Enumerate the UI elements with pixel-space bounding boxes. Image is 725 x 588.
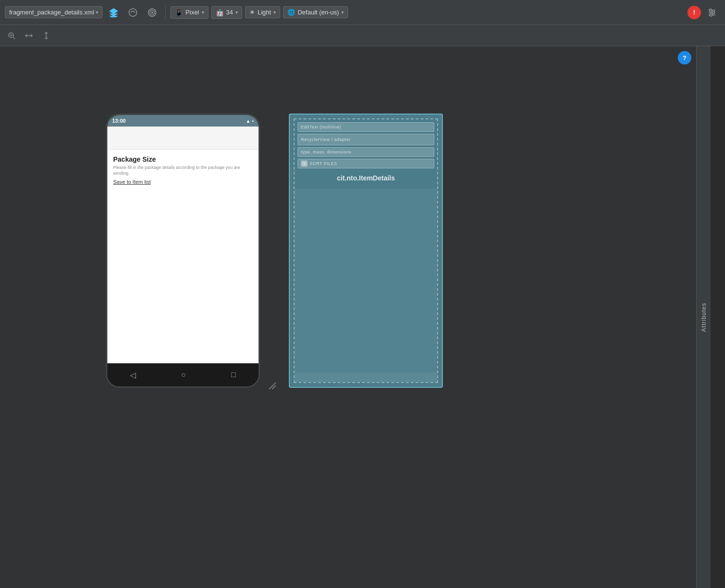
blueprint-row-1-text: EditText (multiline) — [301, 125, 341, 129]
phone-app-toolbar — [107, 127, 259, 150]
file-dropdown-chevron: ▾ — [96, 10, 98, 15]
pixel-label: Pixel — [185, 9, 199, 16]
resize-handle[interactable] — [267, 381, 278, 394]
status-icons: ▲ ▪ — [246, 118, 254, 124]
attributes-label: Attributes — [700, 303, 707, 332]
api-dropdown[interactable]: 🤖 34 ▾ — [211, 6, 242, 19]
second-toolbar — [0, 25, 725, 46]
phone-main-content: Package Size Please fill in the package … — [107, 150, 259, 363]
save-to-item-list: Save to Item list — [113, 179, 253, 185]
horizontal-resize-button[interactable] — [22, 29, 36, 42]
nav-recent-button[interactable]: □ — [231, 371, 236, 379]
svg-point-8 — [712, 11, 715, 13]
svg-point-3 — [151, 12, 153, 13]
phone-nav-bar: ◁ ○ □ — [107, 363, 259, 386]
blueprint-row-3-text: type, mass, dimensions — [301, 150, 351, 154]
blueprint-row-1: EditText (multiline) — [298, 122, 434, 132]
nav-home-button[interactable]: ○ — [181, 371, 186, 379]
pixel-chevron: ▾ — [202, 10, 204, 15]
blueprint-bottom — [295, 372, 437, 382]
adjust-button[interactable] — [704, 4, 720, 21]
vertical-resize-button[interactable] — [39, 29, 53, 42]
phone-mockup: 13:00 ▲ ▪ Package Size Please fill in th… — [106, 114, 260, 388]
blueprint-mockup: EditText (multiline) RecyclerView / adap… — [289, 114, 443, 388]
phone-frame: 13:00 ▲ ▪ Package Size Please fill in th… — [106, 114, 260, 388]
issues-icon — [147, 8, 157, 17]
blueprint-row-2: RecyclerView / adapter — [298, 134, 434, 145]
svg-point-0 — [129, 9, 137, 16]
svg-point-9 — [710, 13, 712, 16]
nav-back-button[interactable]: ◁ — [130, 371, 136, 380]
blueprint-row-4: SORT FILES — [298, 159, 434, 168]
layers-icon — [109, 8, 118, 17]
status-time: 13:00 — [112, 118, 126, 124]
blueprint-inner: EditText (multiline) RecyclerView / adap… — [294, 118, 438, 383]
battery-icon: ▪ — [252, 118, 254, 124]
resize-diagonal-icon — [267, 381, 278, 391]
theme-chevron: ▾ — [273, 10, 276, 15]
zoom-button[interactable] — [5, 29, 18, 42]
horizontal-resize-icon — [24, 31, 34, 40]
blueprint-row-3: type, mass, dimensions — [298, 147, 434, 157]
wifi-icon: ▲ — [246, 118, 251, 124]
locale-label: Default (en-us) — [298, 9, 339, 16]
file-dropdown[interactable]: fragment_package_details.xml ▾ — [5, 6, 103, 18]
vertical-resize-icon — [41, 31, 51, 40]
blueprint-main-label: cit.nto.ItemDetails — [298, 170, 434, 186]
camera-icon — [301, 160, 308, 167]
filename-label: fragment_package_details.xml — [9, 9, 94, 16]
zoom-icon — [7, 31, 16, 40]
locale-dropdown[interactable]: 🌐 Default (en-us) ▾ — [283, 6, 348, 18]
globe-icon: 🌐 — [287, 9, 295, 16]
blueprint-frame: EditText (multiline) RecyclerView / adap… — [289, 114, 443, 388]
svg-line-11 — [13, 37, 15, 39]
help-button[interactable]: ? — [678, 51, 691, 64]
svg-point-17 — [304, 163, 305, 165]
blueprint-header: EditText (multiline) RecyclerView / adap… — [295, 119, 437, 189]
locale-chevron: ▾ — [341, 10, 344, 15]
api-label: 34 — [226, 9, 233, 16]
blueprint-row-4-text: SORT FILES — [310, 161, 337, 166]
theme-label: Light — [258, 9, 271, 16]
android-icon: 🤖 — [216, 9, 224, 16]
error-badge[interactable]: ! — [687, 6, 701, 19]
theme-icon: ☀ — [249, 9, 255, 16]
attributes-sidebar: Attributes — [696, 46, 711, 588]
separator-1 — [165, 6, 166, 19]
api-chevron: ▾ — [235, 10, 238, 15]
theme-dropdown[interactable]: ☀ Light ▾ — [245, 6, 280, 18]
package-size-hint: Please fill in the package details accor… — [113, 165, 253, 176]
top-toolbar: fragment_package_details.xml ▾ 📱 Pixel ▾… — [0, 0, 725, 25]
phone-status-bar: 13:00 ▲ ▪ — [107, 115, 259, 127]
svg-point-7 — [710, 9, 712, 11]
blueprint-body — [295, 189, 437, 372]
layers-button[interactable] — [105, 4, 122, 21]
adjust-icon — [707, 8, 717, 17]
palette-icon — [128, 8, 138, 17]
blueprint-row-2-text: RecyclerView / adapter — [301, 137, 350, 142]
help-button-container: ? — [678, 51, 691, 64]
design-button[interactable] — [125, 4, 141, 21]
package-size-title: Package Size — [113, 155, 253, 163]
phone-icon: 📱 — [175, 9, 183, 16]
issues-button[interactable] — [144, 4, 160, 21]
pixel-dropdown[interactable]: 📱 Pixel ▾ — [170, 6, 208, 19]
canvas-area: 13:00 ▲ ▪ Package Size Please fill in th… — [0, 46, 711, 588]
